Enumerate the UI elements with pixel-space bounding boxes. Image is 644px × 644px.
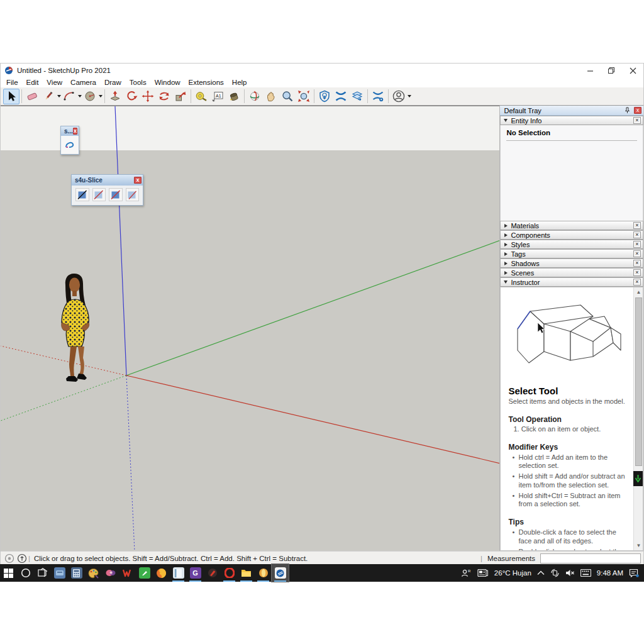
tray-close-button[interactable]: x	[634, 107, 641, 114]
instructor-panel-header[interactable]: Instructor ×	[500, 277, 643, 287]
pan-tool-button[interactable]	[263, 89, 279, 104]
menu-window[interactable]: Window	[155, 79, 180, 86]
hidden-panel-tab[interactable]	[633, 471, 643, 486]
scroll-down-icon[interactable]: ▼	[634, 541, 643, 550]
cortana-button[interactable]	[17, 564, 34, 582]
claim-credit-icon[interactable]	[17, 553, 27, 564]
account-button[interactable]	[391, 89, 407, 104]
minimize-button[interactable]	[579, 64, 601, 77]
mini-toolbar-close-button[interactable]: x	[73, 128, 77, 135]
scenes-panel-header[interactable]: Scenes ×	[500, 268, 643, 277]
scenes-close-button[interactable]: ×	[633, 269, 641, 276]
news-weather-icon[interactable]	[477, 569, 489, 577]
action-center-icon[interactable]	[629, 569, 639, 577]
taskbar-app-calculator[interactable]	[68, 564, 85, 582]
taskbar-app-goodnotes[interactable]: G	[187, 564, 204, 582]
entity-info-header[interactable]: Entity Info ×	[500, 116, 643, 125]
clock[interactable]: 9:48 AM	[597, 569, 623, 577]
shadows-close-button[interactable]: ×	[633, 260, 641, 267]
paint-bucket-tool-button[interactable]	[226, 89, 242, 104]
arc-tool-button[interactable]	[61, 89, 77, 104]
text-tool-button[interactable]: A1	[209, 89, 226, 104]
move-tool-button[interactable]	[140, 89, 156, 104]
zoom-extents-tool-button[interactable]	[296, 89, 312, 104]
volume-muted-icon[interactable]	[565, 569, 575, 577]
s4u-slice-toolbar[interactable]: s4u-Slice x	[71, 174, 143, 206]
menu-help[interactable]: Help	[232, 79, 247, 86]
curve-tool-icon[interactable]	[64, 140, 75, 150]
zoom-tool-button[interactable]	[279, 89, 296, 104]
menu-camera[interactable]: Camera	[70, 79, 96, 86]
tags-panel-header[interactable]: Tags ×	[500, 249, 643, 258]
entity-info-close-button[interactable]: ×	[633, 117, 641, 124]
s4u-slice-tool-button[interactable]	[333, 89, 349, 104]
s4u-slice-button-2[interactable]	[92, 188, 106, 201]
s4u-slice-button-3[interactable]	[109, 188, 123, 201]
close-button[interactable]	[622, 64, 643, 77]
tags-close-button[interactable]: ×	[633, 250, 641, 257]
taskbar-app-remote[interactable]	[51, 564, 68, 582]
eraser-tool-button[interactable]	[24, 89, 40, 104]
chevron-up-icon[interactable]	[537, 570, 545, 575]
instructor-scrollbar[interactable]: ▲ ▼	[633, 287, 643, 550]
mini-toolbar-titlebar[interactable]: s... x	[61, 126, 79, 136]
shadows-panel-header[interactable]: Shadows ×	[500, 258, 643, 268]
menu-edit[interactable]: Edit	[26, 79, 39, 86]
materials-panel-header[interactable]: Materials ×	[500, 221, 643, 230]
taskbar-app-opera[interactable]	[221, 564, 238, 582]
taskbar-app-notes[interactable]	[136, 564, 153, 582]
tray-titlebar[interactable]: Default Tray x	[500, 106, 643, 116]
menu-file[interactable]: File	[6, 79, 18, 86]
taskbar-app-sketchup[interactable]	[272, 564, 289, 582]
line-tool-button[interactable]	[40, 89, 57, 104]
push-pull-tool-button[interactable]	[107, 89, 123, 104]
scale-tool-button[interactable]	[172, 89, 189, 104]
start-button[interactable]	[0, 564, 17, 582]
shapes-tool-dropdown[interactable]	[99, 95, 103, 97]
measurements-input[interactable]	[540, 553, 641, 564]
rotation-lock-icon[interactable]	[550, 569, 560, 577]
menu-view[interactable]: View	[47, 79, 62, 86]
s4u-slice-close-button[interactable]: x	[134, 177, 142, 184]
rotate-tool-button[interactable]	[156, 89, 172, 104]
s4u-settings-tool-button[interactable]	[370, 89, 386, 104]
instructor-close-button[interactable]: ×	[633, 279, 641, 286]
restore-button[interactable]	[601, 64, 622, 77]
modeling-viewport[interactable]: s... x s4u-Slice x	[1, 106, 499, 551]
people-icon[interactable]: R	[461, 569, 472, 577]
taskbar-app-medibang[interactable]	[85, 564, 102, 582]
materials-close-button[interactable]: ×	[633, 222, 641, 229]
scroll-up-icon[interactable]: ▲	[634, 287, 643, 297]
select-tool-button[interactable]	[3, 89, 19, 104]
tray-pin-button[interactable]	[623, 107, 631, 114]
menu-tools[interactable]: Tools	[130, 79, 147, 86]
weather-status[interactable]: 26°C Hujan	[494, 569, 531, 577]
shapes-tool-button[interactable]	[82, 89, 98, 104]
taskbar-app-wps[interactable]	[119, 564, 136, 582]
taskbar-app-pen[interactable]	[204, 564, 221, 582]
taskbar-app-file-explorer[interactable]	[238, 564, 255, 582]
styles-panel-header[interactable]: Styles ×	[500, 240, 643, 249]
follow-me-tool-button[interactable]	[123, 89, 140, 104]
s4u-slice-button-4[interactable]	[126, 188, 140, 201]
task-view-button[interactable]	[34, 564, 51, 582]
mini-toolbar[interactable]: s... x	[60, 126, 79, 155]
extension-store-button[interactable]	[316, 89, 333, 104]
scrollbar-thumb[interactable]	[635, 297, 642, 466]
person-component[interactable]	[56, 272, 103, 386]
touch-keyboard-icon[interactable]	[580, 569, 591, 577]
geolocation-icon[interactable]	[4, 553, 14, 564]
s4u-slice-button-1[interactable]	[75, 188, 89, 201]
menu-extensions[interactable]: Extensions	[189, 79, 224, 86]
taskbar-app-journal[interactable]	[170, 564, 187, 582]
taskbar-app-chat[interactable]	[255, 564, 272, 582]
s4u-layers-tool-button[interactable]	[349, 89, 365, 104]
components-panel-header[interactable]: Components ×	[500, 230, 643, 240]
taskbar-app-firefox[interactable]	[153, 564, 170, 582]
orbit-tool-button[interactable]	[247, 89, 263, 104]
taskbar-app-photos[interactable]	[102, 564, 119, 582]
s4u-slice-titlebar[interactable]: s4u-Slice x	[72, 175, 143, 186]
components-close-button[interactable]: ×	[633, 231, 641, 238]
account-dropdown[interactable]	[408, 95, 411, 97]
tape-measure-tool-button[interactable]	[193, 89, 209, 104]
